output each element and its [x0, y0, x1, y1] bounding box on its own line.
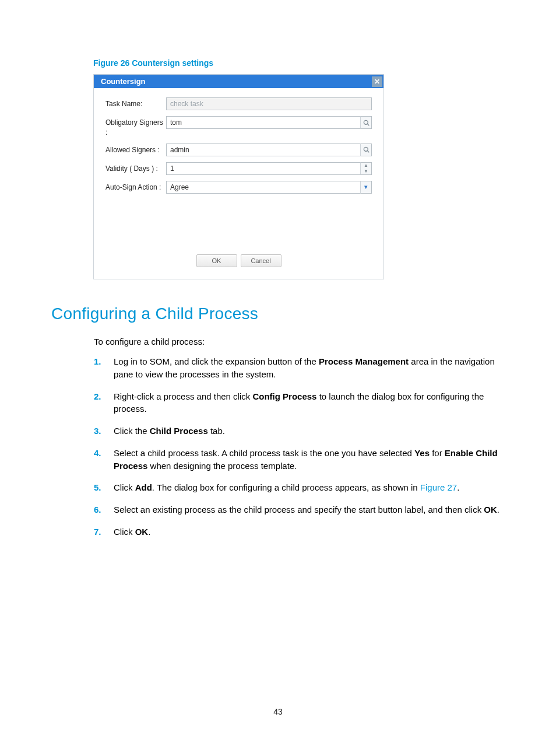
step-text: Log in to SOM, and click the expansion b… [114, 355, 505, 381]
figure-caption: Figure 26 Countersign settings [93, 58, 213, 68]
figure-ref-link[interactable]: Figure 27 [420, 482, 457, 492]
step-text: Select a child process task. A child pro… [114, 447, 505, 473]
dialog-title-bar[interactable]: Countersign ✕ [94, 75, 383, 88]
step-number: 2. [94, 390, 114, 416]
step-item: 7.Click OK. [94, 526, 505, 538]
step-item: 3.Click the Child Process tab. [94, 425, 505, 438]
cancel-button[interactable]: Cancel [241, 254, 281, 267]
validity-days-label: Validity ( Days ) : [105, 162, 166, 174]
obligatory-signers-input[interactable] [166, 116, 372, 129]
allowed-signers-input[interactable] [166, 144, 372, 156]
step-number: 1. [94, 355, 114, 381]
step-text: Click Add. The dialog box for configurin… [114, 481, 505, 494]
chevron-down-icon[interactable]: ▼ [361, 169, 371, 174]
auto-sign-action-label: Auto-Sign Action : [105, 181, 166, 192]
step-item: 1.Log in to SOM, and click the expansion… [94, 355, 505, 381]
section-heading: Configuring a Child Process [51, 304, 258, 323]
svg-point-0 [364, 120, 368, 124]
svg-point-2 [364, 147, 368, 151]
step-text: Select an existing process as the child … [114, 503, 505, 516]
validity-days-input[interactable] [166, 162, 372, 175]
obligatory-signers-label: Obligatory Signers : [105, 116, 166, 138]
close-icon[interactable]: ✕ [372, 76, 382, 87]
dialog-title: Countersign [101, 77, 146, 86]
step-number: 4. [94, 447, 114, 473]
spinner-icon[interactable]: ▲ ▼ [360, 162, 372, 175]
chevron-down-icon[interactable]: ▾ [360, 181, 372, 194]
step-text: Click OK. [114, 526, 505, 538]
svg-line-3 [367, 151, 369, 153]
step-number: 7. [94, 526, 114, 538]
svg-line-1 [367, 124, 369, 125]
task-name-label: Task Name: [105, 97, 166, 109]
ok-button[interactable]: OK [196, 254, 237, 267]
chevron-up-icon[interactable]: ▲ [361, 163, 371, 169]
step-number: 5. [94, 481, 114, 494]
step-item: 4.Select a child process task. A child p… [94, 447, 505, 473]
countersign-dialog: Countersign ✕ Task Name: Obligatory Sign… [93, 74, 384, 279]
auto-sign-action-select[interactable] [166, 181, 372, 194]
page-number: 43 [0, 707, 556, 716]
search-icon[interactable] [360, 144, 372, 156]
lead-text: To configure a child process: [94, 337, 205, 346]
step-item: 6.Select an existing process as the chil… [94, 503, 505, 516]
step-number: 6. [94, 503, 114, 516]
step-text: Click the Child Process tab. [114, 425, 505, 438]
step-number: 3. [94, 425, 114, 438]
dialog-body: Task Name: Obligatory Signers : A [94, 88, 383, 279]
search-icon[interactable] [360, 116, 372, 129]
steps-list: 1.Log in to SOM, and click the expansion… [94, 351, 505, 548]
step-item: 2.Right-click a process and then click C… [94, 390, 505, 416]
task-name-input [166, 97, 372, 110]
step-item: 5.Click Add. The dialog box for configur… [94, 481, 505, 494]
step-text: Right-click a process and then click Con… [114, 390, 505, 416]
allowed-signers-label: Allowed Signers : [105, 144, 166, 155]
